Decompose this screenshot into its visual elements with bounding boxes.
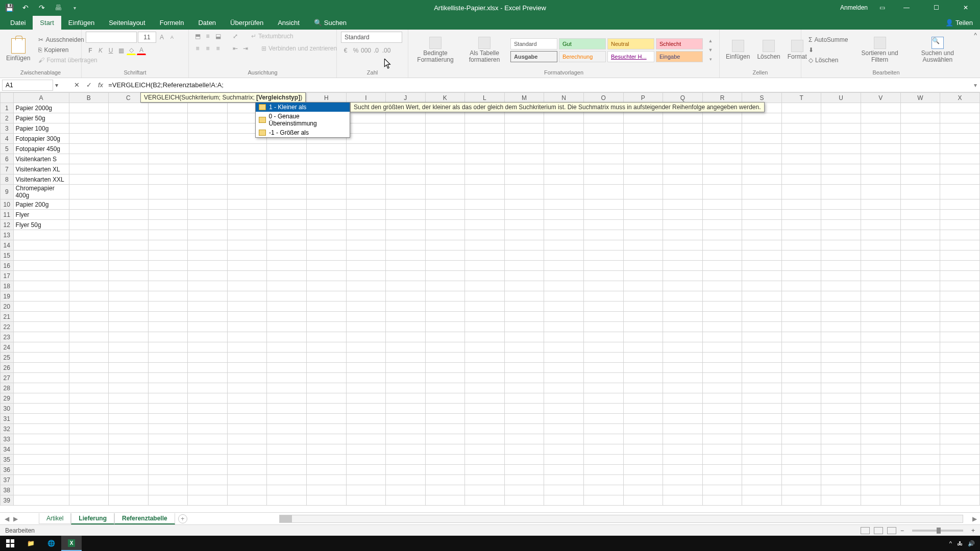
- cell[interactable]: [940, 251, 980, 261]
- zoom-out-icon[interactable]: −: [900, 527, 904, 534]
- row-header[interactable]: 10: [1, 199, 14, 210]
- cell[interactable]: [623, 475, 663, 485]
- cell[interactable]: [861, 332, 900, 342]
- style-gut[interactable]: Gut: [559, 38, 606, 49]
- cell[interactable]: [69, 210, 109, 220]
- cell[interactable]: [583, 271, 623, 281]
- formula-input[interactable]: [106, 80, 971, 91]
- cell[interactable]: [504, 302, 544, 312]
- cell[interactable]: [781, 373, 821, 383]
- cell[interactable]: [227, 199, 267, 210]
- cell[interactable]: [267, 220, 307, 230]
- cell[interactable]: [109, 123, 149, 134]
- cell[interactable]: [861, 312, 900, 322]
- cell[interactable]: [267, 251, 307, 261]
- cell[interactable]: [465, 363, 505, 373]
- cell[interactable]: [940, 465, 980, 475]
- cell[interactable]: [386, 455, 426, 465]
- cell[interactable]: [465, 210, 505, 220]
- autocomplete-option-0[interactable]: 0 - Genaue Übereinstimmung: [256, 112, 350, 128]
- cell[interactable]: [663, 342, 703, 353]
- cell[interactable]: [623, 342, 663, 353]
- cell[interactable]: [861, 302, 900, 312]
- row-header[interactable]: 6: [1, 154, 14, 164]
- cell[interactable]: [940, 302, 980, 312]
- number-format-select[interactable]: [341, 32, 402, 43]
- cell[interactable]: [583, 251, 623, 261]
- column-header[interactable]: I: [346, 93, 385, 103]
- row-header[interactable]: 34: [1, 444, 14, 455]
- cell[interactable]: [821, 134, 861, 144]
- row-header[interactable]: 20: [1, 302, 14, 312]
- cell[interactable]: [69, 383, 109, 393]
- cell[interactable]: [109, 434, 149, 444]
- cell[interactable]: [504, 434, 544, 444]
- cell[interactable]: [188, 342, 228, 353]
- cell[interactable]: [544, 220, 584, 230]
- cell[interactable]: [465, 261, 505, 271]
- column-header[interactable]: J: [386, 93, 426, 103]
- cell[interactable]: [504, 271, 544, 281]
- cell[interactable]: [781, 251, 821, 261]
- cell[interactable]: [583, 383, 623, 393]
- cell[interactable]: [781, 393, 821, 404]
- orientation-icon[interactable]: ⤢: [231, 32, 240, 41]
- cell[interactable]: [307, 240, 347, 251]
- cell[interactable]: [940, 404, 980, 414]
- cell[interactable]: [13, 353, 69, 363]
- cell[interactable]: [623, 312, 663, 322]
- cell[interactable]: [861, 220, 900, 230]
- cell[interactable]: [781, 342, 821, 353]
- cell[interactable]: [821, 261, 861, 271]
- cell[interactable]: [663, 154, 703, 164]
- cell[interactable]: [781, 404, 821, 414]
- cell[interactable]: [663, 174, 703, 185]
- cell[interactable]: [227, 444, 267, 455]
- style-eingabe[interactable]: Eingabe: [656, 51, 703, 62]
- cell[interactable]: [623, 434, 663, 444]
- row-header[interactable]: 2: [1, 113, 14, 123]
- style-neutral[interactable]: Neutral: [607, 38, 654, 49]
- column-header[interactable]: K: [425, 93, 465, 103]
- font-color-icon[interactable]: A: [137, 46, 146, 55]
- cell[interactable]: [861, 144, 900, 154]
- cell[interactable]: [900, 251, 940, 261]
- row-header[interactable]: 21: [1, 312, 14, 322]
- excel-taskbar-icon[interactable]: X: [61, 536, 82, 551]
- cell[interactable]: [386, 261, 426, 271]
- cell[interactable]: [663, 475, 703, 485]
- cell[interactable]: [861, 113, 900, 123]
- cell[interactable]: [821, 123, 861, 134]
- cell[interactable]: [267, 404, 307, 414]
- cell[interactable]: [465, 353, 505, 363]
- cell[interactable]: [742, 123, 782, 134]
- cell[interactable]: [940, 455, 980, 465]
- cell[interactable]: [583, 210, 623, 220]
- cell[interactable]: [425, 424, 465, 434]
- cell[interactable]: [465, 154, 505, 164]
- cell[interactable]: [346, 485, 385, 495]
- column-header[interactable]: Q: [663, 93, 703, 103]
- cell[interactable]: [781, 261, 821, 271]
- cell[interactable]: [742, 261, 782, 271]
- cell[interactable]: [386, 199, 426, 210]
- cell[interactable]: [425, 240, 465, 251]
- cell[interactable]: [663, 210, 703, 220]
- cell[interactable]: [821, 485, 861, 495]
- row-header[interactable]: 19: [1, 291, 14, 302]
- cell[interactable]: [663, 164, 703, 174]
- cell[interactable]: [69, 342, 109, 353]
- cell[interactable]: [188, 261, 228, 271]
- row-header[interactable]: 11: [1, 210, 14, 220]
- cell[interactable]: Flyer: [13, 210, 69, 220]
- cell[interactable]: [702, 322, 742, 332]
- cell[interactable]: [13, 240, 69, 251]
- cell[interactable]: [346, 312, 385, 322]
- cell[interactable]: [465, 434, 505, 444]
- column-header[interactable]: N: [544, 93, 584, 103]
- cell[interactable]: [465, 322, 505, 332]
- cell[interactable]: [386, 174, 426, 185]
- cell[interactable]: [227, 322, 267, 332]
- cell[interactable]: [465, 230, 505, 240]
- cell[interactable]: [69, 271, 109, 281]
